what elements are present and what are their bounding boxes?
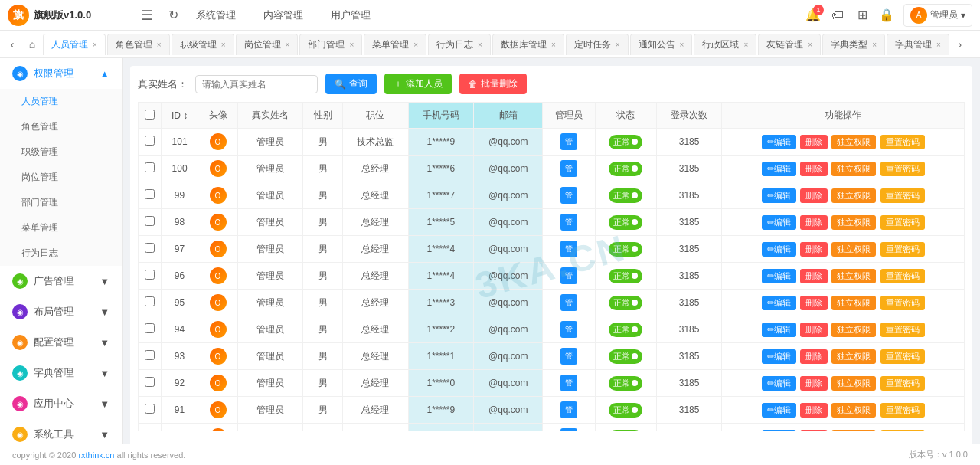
grid-icon[interactable]: ⊞: [854, 8, 870, 23]
sidebar-item-yingyong[interactable]: ◉ 应用中心 ▼: [0, 388, 122, 419]
tab-close-icon[interactable]: ×: [743, 41, 748, 49]
sidebar-item-juese[interactable]: 角色管理: [9, 114, 122, 139]
remove-button[interactable]: 删除: [800, 296, 828, 310]
lock-icon[interactable]: 🔒: [879, 8, 894, 23]
remove-button[interactable]: 删除: [800, 215, 828, 230]
reset-button[interactable]: 重置密码: [880, 349, 925, 364]
sidebar-item-xingwei[interactable]: 行为日志: [9, 241, 122, 266]
search-button[interactable]: 🔍 查询: [325, 74, 377, 94]
nav-user[interactable]: 用户管理: [325, 5, 377, 25]
row-checkbox[interactable]: [145, 162, 155, 172]
tab-close-icon[interactable]: ×: [478, 41, 482, 49]
tab-close-icon[interactable]: ×: [616, 41, 620, 49]
add-person-button[interactable]: ＋ 添加人员: [384, 74, 452, 94]
tab-zidianquanli[interactable]: 字典管理 ×: [887, 34, 949, 55]
status-toggle[interactable]: 正常: [609, 188, 642, 203]
status-toggle[interactable]: 正常: [609, 135, 642, 149]
status-toggle[interactable]: 正常: [609, 296, 642, 310]
tab-next-button[interactable]: ›: [951, 35, 969, 54]
remove-button[interactable]: 删除: [800, 403, 828, 418]
edit-button[interactable]: ✏编辑: [762, 188, 796, 203]
tab-renyuanguanli[interactable]: 人员管理 ×: [43, 34, 106, 55]
tab-youlianguanli[interactable]: 友链管理 ×: [758, 34, 821, 55]
sidebar-item-guanggao[interactable]: ◉ 广告管理 ▼: [0, 266, 122, 296]
tab-close-icon[interactable]: ×: [93, 41, 97, 49]
perm-button[interactable]: 独立权限: [831, 188, 876, 203]
perm-button[interactable]: 独立权限: [831, 242, 876, 257]
remove-button[interactable]: 删除: [800, 188, 828, 203]
edit-button[interactable]: ✏编辑: [762, 376, 796, 391]
row-checkbox[interactable]: [145, 270, 155, 280]
tab-gangweiguanli[interactable]: 岗位管理 ×: [236, 34, 299, 55]
tab-close-icon[interactable]: ×: [936, 41, 941, 49]
edit-button[interactable]: ✏编辑: [762, 269, 796, 283]
perm-button[interactable]: 独立权限: [831, 296, 876, 310]
edit-button[interactable]: ✏编辑: [762, 135, 796, 149]
row-checkbox[interactable]: [145, 404, 155, 414]
admin-menu-button[interactable]: A 管理员 ▾: [903, 4, 972, 27]
edit-button[interactable]: ✏编辑: [762, 430, 796, 432]
sidebar-item-gangwei[interactable]: 岗位管理: [9, 165, 122, 190]
edit-button[interactable]: ✏编辑: [762, 403, 796, 418]
tab-dingshirenwu[interactable]: 定时任务 ×: [566, 34, 629, 55]
status-toggle[interactable]: 正常: [609, 162, 642, 176]
row-checkbox[interactable]: [145, 296, 155, 306]
search-input[interactable]: [195, 75, 318, 93]
tab-jusequanli[interactable]: 角色管理 ×: [107, 34, 170, 55]
sidebar-item-bumen[interactable]: 部门管理: [9, 190, 122, 215]
hamburger-icon[interactable]: ☰: [138, 6, 156, 25]
reset-button[interactable]: 重置密码: [880, 135, 925, 149]
sidebar-item-zhiji[interactable]: 职级管理: [9, 139, 122, 165]
col-id[interactable]: ID ↕: [162, 103, 198, 129]
reset-button[interactable]: 重置密码: [880, 403, 925, 418]
tab-zhijijguanli[interactable]: 职级管理 ×: [172, 34, 234, 55]
sidebar-item-caidan[interactable]: 菜单管理: [9, 215, 122, 241]
perm-button[interactable]: 独立权限: [831, 349, 876, 364]
reset-button[interactable]: 重置密码: [880, 215, 925, 230]
tab-close-icon[interactable]: ×: [872, 41, 877, 49]
tab-bumenguanli[interactable]: 部门管理 ×: [299, 34, 362, 55]
status-toggle[interactable]: 正常: [609, 376, 642, 391]
row-checkbox[interactable]: [145, 350, 155, 360]
sidebar-item-peizhi[interactable]: ◉ 配置管理 ▼: [0, 327, 122, 358]
tab-close-icon[interactable]: ×: [808, 41, 812, 49]
tab-tongzhigonggao[interactable]: 通知公告 ×: [630, 34, 693, 55]
tab-close-icon[interactable]: ×: [157, 41, 162, 49]
status-toggle[interactable]: 正常: [609, 242, 642, 257]
tab-shujukuguanli[interactable]: 数据库管理 ×: [492, 34, 564, 55]
tab-close-icon[interactable]: ×: [413, 41, 418, 49]
sidebar-item-renyuan[interactable]: 人员管理: [9, 89, 122, 114]
remove-button[interactable]: 删除: [800, 269, 828, 283]
edit-button[interactable]: ✏编辑: [762, 162, 796, 176]
row-checkbox[interactable]: [145, 243, 155, 253]
status-toggle[interactable]: 正常: [609, 215, 642, 230]
tab-close-icon[interactable]: ×: [551, 41, 556, 49]
reset-button[interactable]: 重置密码: [880, 296, 925, 310]
notification-icon[interactable]: 🔔 1: [805, 8, 821, 23]
tab-xingweirizhi[interactable]: 行为日志 ×: [428, 34, 491, 55]
status-toggle[interactable]: 正常: [609, 323, 642, 337]
row-checkbox[interactable]: [145, 323, 155, 333]
tag-icon[interactable]: 🏷: [830, 8, 845, 23]
status-toggle[interactable]: 正常: [609, 349, 642, 364]
footer-link[interactable]: rxthink.cn: [78, 450, 114, 460]
edit-button[interactable]: ✏编辑: [762, 296, 796, 310]
select-all-checkbox[interactable]: [145, 110, 155, 120]
remove-button[interactable]: 删除: [800, 430, 828, 432]
nav-content[interactable]: 内容管理: [257, 5, 309, 25]
perm-button[interactable]: 独立权限: [831, 162, 876, 176]
batch-delete-button[interactable]: 🗑 批量删除: [459, 74, 527, 94]
row-checkbox[interactable]: [145, 136, 155, 146]
remove-button[interactable]: 删除: [800, 323, 828, 337]
status-toggle[interactable]: 正常: [609, 403, 642, 418]
tab-close-icon[interactable]: ×: [221, 41, 226, 49]
row-checkbox[interactable]: [145, 216, 155, 226]
sidebar-item-quanxian[interactable]: ◉ 权限管理 ▲: [0, 58, 122, 89]
reset-button[interactable]: 重置密码: [880, 242, 925, 257]
remove-button[interactable]: 删除: [800, 135, 828, 149]
perm-button[interactable]: 独立权限: [831, 323, 876, 337]
tab-close-icon[interactable]: ×: [680, 41, 684, 49]
edit-button[interactable]: ✏编辑: [762, 349, 796, 364]
tab-caidanguanli[interactable]: 菜单管理 ×: [364, 34, 426, 55]
perm-button[interactable]: 独立权限: [831, 215, 876, 230]
